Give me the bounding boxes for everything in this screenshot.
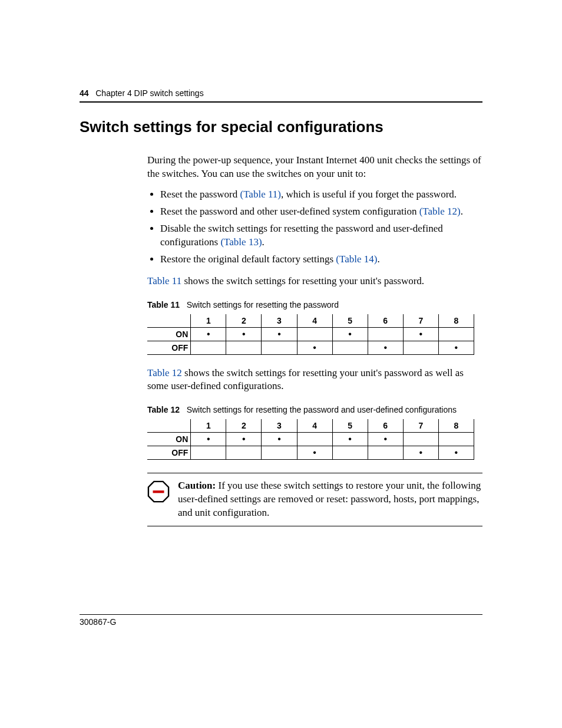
- table-12-ref-link[interactable]: Table 12: [147, 367, 182, 378]
- table-row: ON • • • • •: [147, 433, 474, 446]
- content-body: During the power-up sequence, your Insta…: [147, 154, 482, 393]
- page-footer: 300867-G: [80, 614, 482, 627]
- caution-text: Caution: If you use these switch setting…: [178, 479, 482, 520]
- caution-note: Caution: If you use these switch setting…: [147, 473, 482, 526]
- table-11-ref-link[interactable]: Table 11: [147, 275, 181, 286]
- table-row: 1 2 3 4 5 6 7 8: [147, 314, 474, 328]
- bullet-item: Reset the password (Table 11), which is …: [160, 188, 482, 202]
- table12-section: Table 12 Switch settings for resetting t…: [147, 405, 482, 526]
- page: 44 Chapter 4 DIP switch settings Switch …: [0, 0, 562, 728]
- table-11-link[interactable]: (Table 11): [240, 189, 281, 200]
- table-row: 1 2 3 4 5 6 7 8: [147, 419, 474, 433]
- table-row: OFF • • •: [147, 446, 474, 460]
- table12: 1 2 3 4 5 6 7 8 ON • • • • • OFF: [147, 419, 474, 460]
- table11-lead-paragraph: Table 11 shows the switch settings for r…: [147, 275, 482, 288]
- page-number: 44: [80, 88, 89, 98]
- bullet-list: Reset the password (Table 11), which is …: [147, 188, 482, 266]
- document-id: 300867-G: [80, 617, 116, 627]
- table11-caption: Table 11 Switch settings for resetting t…: [147, 300, 482, 309]
- svg-rect-1: [153, 490, 164, 493]
- chapter-label: Chapter 4 DIP switch settings: [95, 88, 203, 98]
- intro-paragraph: During the power-up sequence, your Insta…: [147, 154, 482, 181]
- table-14-link[interactable]: (Table 14): [336, 253, 377, 265]
- caution-icon: [147, 480, 173, 505]
- table-12-link[interactable]: (Table 12): [419, 206, 461, 217]
- table-row: OFF • • •: [147, 341, 474, 354]
- table12-lead-paragraph: Table 12 shows the switch settings for r…: [147, 367, 482, 394]
- table12-caption: Table 12 Switch settings for resetting t…: [147, 405, 482, 414]
- bullet-item: Restore the original default factory set…: [160, 253, 482, 266]
- section-heading: Switch settings for special configuratio…: [80, 118, 482, 136]
- table11: 1 2 3 4 5 6 7 8 ON • • • • • OFF: [147, 314, 474, 355]
- table-13-link[interactable]: (Table 13): [220, 236, 262, 248]
- bullet-item: Reset the password and other user-define…: [160, 205, 482, 219]
- bullet-item: Disable the switch settings for resettin…: [160, 222, 482, 249]
- page-header: 44 Chapter 4 DIP switch settings: [80, 88, 482, 103]
- table-row: ON • • • • •: [147, 327, 474, 341]
